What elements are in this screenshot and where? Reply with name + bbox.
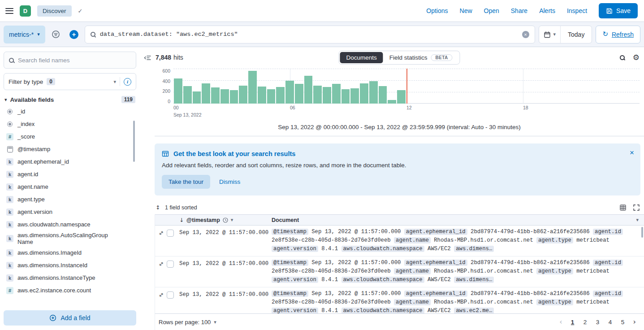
menu-icon[interactable]	[5, 8, 13, 14]
histogram-bar[interactable]	[183, 86, 192, 104]
histogram-bar[interactable]	[360, 83, 368, 104]
date-range-button[interactable]: Today	[561, 26, 592, 43]
field-item[interactable]: kaws.dimensions.ImageId	[4, 247, 132, 259]
histogram-bar[interactable]	[388, 100, 396, 104]
chevron-down-icon[interactable]: ▾	[231, 217, 233, 222]
histogram-bar[interactable]	[267, 89, 276, 104]
dismiss-button[interactable]: Dismiss	[219, 178, 240, 185]
page-2[interactable]: 2	[579, 316, 591, 328]
next-page-icon[interactable]: ›	[630, 318, 640, 326]
collapse-sidebar-icon[interactable]	[144, 54, 151, 63]
timestamp-cell: Sep 13, 2022 @ 11:57:00.000	[179, 290, 272, 313]
histogram-bar[interactable]	[350, 88, 359, 104]
histogram-bar[interactable]	[248, 71, 257, 104]
breadcrumb[interactable]: Discover	[37, 5, 72, 17]
field-sorted-button[interactable]: 1 field sorted	[163, 203, 199, 212]
nav-new[interactable]: New	[460, 7, 472, 14]
info-icon[interactable]: i	[124, 78, 131, 86]
field-search-input[interactable]: Search field names	[4, 52, 136, 69]
expand-document-icon[interactable]: ↔	[157, 229, 165, 237]
take-tour-button[interactable]: Take the tour	[162, 175, 210, 189]
refresh-button[interactable]: ↻ Refresh	[596, 26, 640, 43]
select-row-checkbox[interactable]	[167, 291, 174, 299]
inspect-icon[interactable]	[620, 55, 625, 60]
document-column-header[interactable]: Document ▾	[272, 217, 644, 223]
page-4[interactable]: 4	[605, 316, 616, 328]
fullscreen-icon[interactable]	[633, 204, 640, 211]
histogram-bar[interactable]	[285, 81, 294, 104]
nav-options[interactable]: Options	[426, 7, 448, 14]
tab-field-statistics[interactable]: Field statistics BETA	[383, 52, 459, 63]
field-item[interactable]: @timestamp	[4, 143, 132, 156]
field-item[interactable]: _id	[4, 105, 132, 118]
expand-document-icon[interactable]: ↔	[157, 291, 165, 299]
tab-documents[interactable]: Documents	[340, 52, 383, 63]
nav-alerts[interactable]: Alerts	[539, 7, 555, 14]
field-item[interactable]: #_score	[4, 130, 132, 143]
add-field-button[interactable]: Add a field	[4, 310, 136, 326]
histogram-bar[interactable]	[323, 87, 331, 104]
histogram-bar[interactable]	[193, 91, 201, 104]
histogram-bar[interactable]	[332, 84, 341, 104]
histogram-bar[interactable]	[258, 87, 266, 104]
field-item[interactable]: kagent.name	[4, 181, 132, 193]
data-view-selector[interactable]: metrics-* ▾	[4, 26, 45, 43]
filter-by-type-dropdown[interactable]: Filter by type 0 ▾ i	[4, 73, 136, 90]
histogram-bar[interactable]	[202, 83, 210, 104]
query-input[interactable]: data_stream.dataset: "aws.ec2_metrics" ×	[85, 26, 535, 43]
field-item[interactable]: kaws.dimensions.AutoScalingGroupName	[4, 231, 132, 247]
previous-page-icon[interactable]: ‹	[556, 318, 566, 326]
gear-icon[interactable]: ⚙	[633, 54, 640, 61]
field-item[interactable]: kaws.dimensions.InstanceType	[4, 272, 132, 284]
close-icon[interactable]: ×	[630, 148, 634, 157]
histogram-bar[interactable]	[369, 81, 378, 104]
nav-open[interactable]: Open	[484, 7, 499, 14]
save-button[interactable]: Save	[599, 3, 638, 18]
date-picker-calendar-button[interactable]: ▾	[539, 26, 561, 43]
field-item[interactable]: kagent.id	[4, 168, 132, 181]
histogram-bar[interactable]	[276, 87, 285, 104]
field-item[interactable]: #aws.ec2.instance.core.count	[4, 284, 132, 297]
scrollbar[interactable]	[133, 121, 135, 162]
field-item[interactable]: kagent.version	[4, 206, 132, 218]
rows-per-page-label: Rows per page: 100	[159, 319, 211, 326]
select-row-checkbox[interactable]	[167, 261, 174, 268]
clear-query-icon[interactable]: ×	[522, 31, 529, 38]
histogram-bar[interactable]	[379, 86, 387, 104]
histogram-bar[interactable]	[295, 84, 303, 104]
timestamp-column-header[interactable]: ↓ @timestamp ▾	[179, 217, 272, 223]
field-item[interactable]: kaws.dimensions.InstanceId	[4, 259, 132, 272]
field-item[interactable]: _index	[4, 118, 132, 130]
space-avatar[interactable]: D	[20, 5, 31, 17]
select-row-checkbox[interactable]	[167, 230, 174, 237]
add-filter-button[interactable]: +	[67, 26, 81, 43]
histogram-bar[interactable]	[211, 87, 220, 104]
histogram-bar[interactable]	[239, 86, 247, 104]
field-item[interactable]: kagent.ephemeral_id	[4, 156, 132, 168]
scrollbar[interactable]	[641, 227, 643, 238]
histogram-bar[interactable]	[304, 76, 313, 104]
nav-share[interactable]: Share	[511, 7, 527, 14]
expand-document-icon[interactable]: ↔	[157, 260, 165, 268]
field-item[interactable]: kaws.cloudwatch.namespace	[4, 218, 132, 231]
histogram-bar[interactable]	[174, 78, 182, 104]
nav-inspect[interactable]: Inspect	[567, 7, 587, 14]
page-5[interactable]: 5	[617, 316, 629, 328]
histogram-bar[interactable]	[341, 89, 350, 104]
histogram-bar[interactable]	[397, 90, 406, 104]
rows-per-page-button[interactable]: Rows per page: 100 ▾	[159, 319, 216, 326]
field-item[interactable]: kagent.type	[4, 193, 132, 206]
page-1[interactable]: 1	[567, 316, 579, 328]
fields-sidebar: Search field names Filter by type 0 ▾ i …	[0, 47, 140, 330]
field-search-placeholder: Search field names	[18, 57, 70, 64]
available-fields-header[interactable]: ▾ Available fields 119	[4, 93, 136, 105]
filter-by-type-label: Filter by type	[9, 78, 43, 85]
histogram-bar[interactable]	[220, 89, 229, 104]
display-options-icon[interactable]	[620, 204, 626, 211]
field-name: agent.version	[17, 208, 52, 215]
saved-query-menu-button[interactable]	[49, 26, 63, 43]
chevron-down-icon[interactable]: ▾	[636, 217, 644, 222]
histogram-bar[interactable]	[230, 90, 238, 104]
page-3[interactable]: 3	[592, 316, 604, 328]
histogram-bar[interactable]	[313, 86, 322, 104]
